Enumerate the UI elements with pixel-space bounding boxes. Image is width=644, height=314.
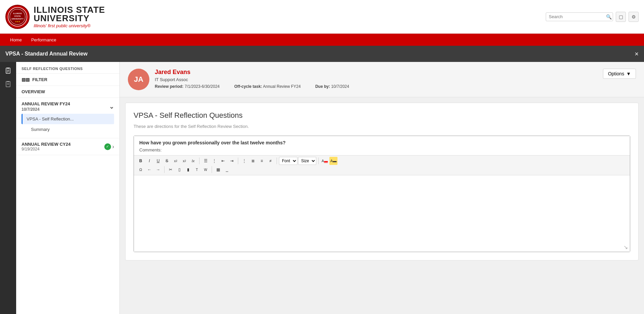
redo-button[interactable]: →	[154, 166, 162, 174]
review-sub-items: VPSA - Self Reflection... Summary	[22, 114, 114, 135]
highlight-button[interactable]: A▬	[329, 157, 337, 165]
close-button[interactable]: ×	[635, 50, 639, 58]
svg-text:STATE: STATE	[14, 15, 21, 17]
ordered-list-button[interactable]: ☰	[202, 157, 210, 165]
subscript-button[interactable]: x2	[172, 157, 180, 165]
nav-performance[interactable]: Performance	[27, 34, 61, 46]
page-title: VPSA - Standard Annual Review	[5, 51, 87, 57]
toolbar-separator-2	[238, 158, 238, 164]
special-char-button[interactable]: Ω	[137, 166, 145, 174]
svg-rect-6	[6, 68, 10, 73]
bold-button[interactable]: B	[137, 157, 145, 165]
cut-button[interactable]: ✂	[167, 166, 175, 174]
paste-button[interactable]: ▮	[184, 166, 192, 174]
profile-name: Jared Evans	[155, 69, 598, 76]
search-input[interactable]	[549, 14, 605, 19]
settings-button[interactable]: ⚙	[629, 12, 639, 22]
annual-review-cy24-section: Annual Review CY24 9/19/2024 ✓ ›	[16, 138, 119, 155]
university-name-text2: University	[34, 13, 105, 23]
undo-button[interactable]: ←	[145, 166, 153, 174]
toolbar-row-2: Ω ← → ✂ ▯ ▮ T W ▦ ⎯	[137, 166, 627, 174]
university-tagline: Illinois' first public university®	[34, 23, 105, 28]
options-chevron-icon: ▼	[626, 71, 631, 76]
toolbar-separator-6	[212, 166, 212, 173]
off-cycle-task: Off-cycle task: Annual Review FY24	[234, 84, 309, 89]
svg-text:★ ★ ★: ★ ★ ★	[15, 21, 21, 23]
vpsa-self-reflection-nav-item[interactable]: VPSA - Self Reflection...	[22, 114, 114, 124]
paste-word-button[interactable]: W	[202, 166, 210, 174]
annual-review-cy24-title[interactable]: Annual Review CY24 9/19/2024 ✓ ›	[22, 142, 114, 151]
decrease-indent-button[interactable]: ⇤	[219, 157, 227, 165]
toolbar-separator-4	[318, 158, 319, 164]
annual-review-fy24-date: 10/7/2024	[22, 107, 70, 112]
svg-rect-11	[6, 81, 10, 87]
font-select[interactable]: Font	[279, 157, 297, 165]
size-select[interactable]: Size	[298, 157, 316, 165]
align-left-button[interactable]: ⋮	[240, 157, 248, 165]
toolbar-separator-1	[199, 158, 200, 164]
strikethrough-button[interactable]: S	[163, 157, 171, 165]
clipboard-icon-button[interactable]	[2, 65, 14, 77]
options-label: Options	[608, 71, 624, 76]
question-header: How have you grown professionally over t…	[134, 136, 630, 155]
review-period-value: 7/1/2023-6/30/2024	[185, 84, 220, 89]
rte-resize-handle[interactable]: ↘	[134, 243, 630, 252]
left-panel: Self Reflection Questions ▧▧ Filter Over…	[16, 62, 120, 314]
university-name: Illinois State University Illinois' firs…	[34, 5, 105, 28]
copy-button[interactable]: ▯	[175, 166, 183, 174]
content-card: VPSA - Self Reflection Questions These a…	[125, 103, 639, 260]
svg-text:UNIVERSITY: UNIVERSITY	[11, 18, 24, 20]
summary-nav-item[interactable]: Summary	[22, 124, 114, 135]
toolbar-row-1: B I U S x2 x2 Ix ☰ ⋮ ⇤ ⇥ ⋮ ≣	[137, 157, 627, 165]
icon-sidebar	[0, 62, 16, 314]
toolbar-separator-5	[164, 166, 165, 173]
font-color-button[interactable]: A▬	[321, 157, 329, 165]
comments-label: Comments:	[139, 147, 624, 152]
svg-rect-12	[7, 81, 9, 82]
filter-row[interactable]: ▧▧ Filter	[16, 74, 119, 86]
annual-review-fy24-label: Annual Review FY24	[22, 101, 70, 106]
search-box[interactable]: 🔍	[546, 12, 613, 21]
nav-bar: Home Performance	[0, 34, 644, 46]
profile-meta: Review period: 7/1/2023-6/30/2024 Off-cy…	[155, 84, 598, 89]
clipboard2-icon-button[interactable]	[2, 78, 14, 90]
annual-review-fy24-title[interactable]: Annual Review FY24 10/7/2024 ⌄	[22, 101, 114, 112]
site-header: ILLINOIS STATE UNIVERSITY ★ ★ ★ Illinois…	[0, 0, 644, 34]
options-button[interactable]: Options ▼	[603, 69, 636, 79]
due-by: Due by: 10/7/2024	[315, 84, 356, 89]
search-submit-button[interactable]: 🔍	[605, 14, 612, 20]
notifications-button[interactable]: ▢	[616, 12, 626, 22]
annual-review-fy24-section: Annual Review FY24 10/7/2024 ⌄ VPSA - Se…	[16, 98, 119, 138]
align-right-button[interactable]: ≡	[258, 157, 266, 165]
insert-table-button[interactable]: ▦	[214, 166, 222, 174]
main-content: JA Jared Evans IT Support Assoc Review p…	[120, 62, 644, 314]
rte-toolbar: B I U S x2 x2 Ix ☰ ⋮ ⇤ ⇥ ⋮ ≣	[134, 155, 630, 175]
university-seal: ILLINOIS STATE UNIVERSITY ★ ★ ★	[5, 5, 30, 29]
insert-hr-button[interactable]: ⎯	[223, 166, 231, 174]
filter-icon: ▧▧	[22, 77, 30, 82]
overview-nav-item[interactable]: Overview	[16, 86, 119, 98]
svg-text:ILLINOIS: ILLINOIS	[13, 12, 22, 14]
filter-label: Filter	[32, 77, 47, 82]
profile-job-title: IT Support Assoc	[155, 77, 598, 82]
unordered-list-button[interactable]: ⋮	[210, 157, 218, 165]
question-text: How have you grown professionally over t…	[139, 140, 624, 145]
italic-button[interactable]: I	[145, 157, 153, 165]
question-box: How have you grown professionally over t…	[134, 136, 630, 252]
justify-button[interactable]: ≠	[266, 157, 275, 165]
underline-button[interactable]: U	[154, 157, 162, 165]
directions-text: These are directions for the Self Reflec…	[134, 124, 630, 129]
avatar: JA	[128, 69, 149, 90]
superscript-button[interactable]: x2	[180, 157, 188, 165]
header-right: 🔍 ▢ ⚙	[546, 12, 639, 22]
rte-content-area[interactable]	[134, 175, 630, 243]
increase-indent-button[interactable]: ⇥	[228, 157, 236, 165]
off-cycle-value: Annual Review FY24	[263, 84, 301, 89]
paste-text-button[interactable]: T	[193, 166, 201, 174]
annual-review-cy24-label: Annual Review CY24	[22, 142, 71, 147]
left-panel-header: Self Reflection Questions	[16, 62, 119, 74]
clear-format-button[interactable]: Ix	[189, 157, 197, 165]
profile-area: JA Jared Evans IT Support Assoc Review p…	[120, 62, 644, 97]
align-center-button[interactable]: ≣	[249, 157, 257, 165]
nav-home[interactable]: Home	[5, 34, 27, 46]
